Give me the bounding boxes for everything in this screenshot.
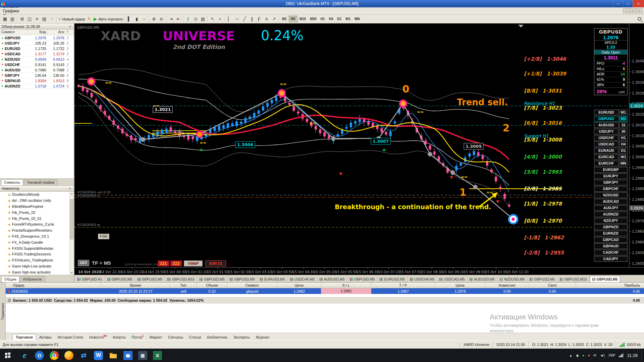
terminal-column[interactable]: Цена [277,283,321,288]
market-watch-column[interactable]: Аск [48,29,66,35]
chart-tab[interactable]: GBPUSD,M5 [590,276,620,282]
navigator-item[interactable]: ◈FX5_Divergence_V2.1 [0,233,74,239]
timeframe-mn-button[interactable]: MN [353,16,362,22]
market-row[interactable]: ▼USDCHF0.91410.91432 [0,62,74,67]
edge-icon[interactable]: e [20,351,29,360]
chart-tab[interactable]: USDCHF,M5 [288,276,317,282]
chart-tab[interactable]: USDCHF,M5 [408,276,437,282]
chart-tab[interactable]: GBPUSD,H1 [75,276,105,282]
matrix-row[interactable]: GBPJPY [594,180,628,185]
matrix-symbol[interactable]: CADJPY [594,256,628,262]
new-chart-icon[interactable]: ▦ [1,16,9,22]
terminal-column[interactable]: Комиссия [485,283,529,288]
scroll-up-icon[interactable]: ▲ [70,192,74,196]
order-row[interactable]: 159295632020.10.15 11:22:27sell0.10gbpus… [6,288,644,294]
wps-icon[interactable]: W [94,351,103,360]
zz1-button[interactable]: ZZ1 [158,260,169,266]
autoscroll-icon[interactable]: ⇥ [167,16,175,22]
matrix-row[interactable]: EURCHFMN [594,161,628,166]
profiles-icon[interactable]: ▥ [9,16,16,22]
chart-tab[interactable]: GBPUSD,M5 [347,276,378,282]
matrix-timeframe[interactable]: D1 [619,148,628,154]
navigator-item[interactable]: ◈FXSSI.Support&Resistan [0,245,74,251]
navigator-item[interactable]: ◈FXSSI.TradingSessions [0,251,74,257]
navigator-item[interactable]: ◈FXVolcano_TradingAssis [0,257,74,263]
terminal-tab-почта[interactable]: Почта1 [129,333,147,340]
navigator-item[interactable]: ◈FX_4-Daily Candle [0,239,74,245]
matrix-row[interactable]: AUDCAD [594,199,628,204]
navigator-item[interactable]: ◈Fib_Pivots_02 [0,209,74,216]
terminal-tab-статьи[interactable]: Статьи [186,334,204,340]
vline-icon[interactable]: ▏ [226,16,233,22]
matrix-row[interactable]: EURAUDD1 [594,148,628,154]
matrix-row[interactable]: GBPCAD [594,237,628,243]
indicators-icon[interactable]: ƒ [184,16,192,22]
chart-tab[interactable]: GBPUSD,M5 [135,276,165,282]
navigator-item[interactable]: ◈Gann high-low activator [0,269,74,275]
cursor-icon[interactable]: ↖ [209,16,216,22]
matrix-row[interactable]: AUDUSD15 [594,122,628,128]
antivirus-icon[interactable]: ● [582,353,585,357]
matrix-row[interactable]: EURUSDM1 [594,110,628,115]
maximize-button[interactable]: □ [623,0,633,7]
terminal-tab-журнал[interactable]: Журнал [253,334,272,340]
language-indicator[interactable]: УКР [608,353,615,357]
show-desktop-button[interactable] [641,349,643,362]
matrix-row[interactable]: EURCADW1 [594,154,628,160]
candles-chart-icon[interactable]: ▮ [133,16,141,22]
chart-tab[interactable]: USDCAD,M5 [437,276,467,282]
matrix-symbol[interactable]: NZDJPY [594,218,628,224]
chart-tab[interactable]: GBPUSD,M15 [165,276,197,282]
market-watch-close-icon[interactable]: × [68,24,72,28]
timeframe-h4-button[interactable]: H4 [327,16,335,22]
bars-chart-icon[interactable]: ▍ [126,16,133,22]
matrix-row[interactable]: CADCHF [594,250,628,255]
chart-tab[interactable]: GBPUSD,M5 [527,276,557,282]
timeframe-m30-button[interactable]: M30 [308,16,318,22]
matrix-symbol[interactable]: GBPCAD [594,237,628,243]
matrix-symbol[interactable]: USDCAD [594,141,619,147]
market-row[interactable]: ▲NZDUSD0.66090.66134 [0,57,74,62]
matrix-row[interactable]: USDCADH4 [594,141,628,147]
matrix-symbol[interactable]: GBPJPY [594,180,628,185]
metaeditor-icon[interactable]: ✎ [86,16,93,22]
trendline-icon[interactable]: ╱ [241,16,248,22]
terminal-column[interactable]: Тип [170,283,197,288]
timeframe-m1-button[interactable]: M1 [280,16,289,22]
matrix-row[interactable]: AUDNZD [594,212,628,217]
crosshair-icon[interactable]: + [216,16,224,22]
matrix-symbol[interactable]: AUDNZD [594,212,628,217]
matrix-symbol[interactable]: GBPNZD [594,224,628,230]
navigator-tab[interactable]: Общие [1,276,19,282]
matrix-symbol[interactable]: EURJPY [594,173,628,179]
navigator-item[interactable]: ◈dsl - DMI oscillator (vidy [0,197,74,203]
matrix-row[interactable]: GBPUSDM5 [594,116,628,122]
volume-icon[interactable]: ◄) [600,353,605,357]
calculator-icon[interactable]: ▦ [138,351,147,360]
matrix-row[interactable]: GBPNZD [594,224,628,230]
chart-tab[interactable]: EURUSD,M5 [258,276,288,282]
matrix-symbol[interactable]: AUDUSD [594,122,619,128]
terminal-column[interactable]: Объем [197,283,227,288]
matrix-row[interactable]: EURJPY [594,173,628,179]
matrix-row[interactable]: GBPAUD [594,243,628,249]
navigator-tab[interactable]: Избранное [20,276,45,282]
market-watch-icon[interactable]: ⊞ [18,16,26,22]
matrix-symbol[interactable]: EURUSD [594,110,619,115]
matrix-row[interactable]: USDCHFH1 [594,135,628,141]
fibonacci-icon[interactable]: Ƒ [256,16,263,22]
chart-window[interactable]: #15929563 sell 0.10#15929563 sl#15929563… [74,23,644,275]
firefox-icon[interactable] [64,351,73,360]
text-icon[interactable]: A [263,16,270,22]
chart-tab[interactable]: GBPUSD,M5 [105,276,135,282]
line-chart-icon[interactable]: ~ [141,16,148,22]
market-row[interactable]: ▲AUDNZD1.07181.07246 [0,83,74,89]
timeframe-h1-button[interactable]: H1 [319,16,327,22]
update-icon[interactable]: ● [588,353,590,357]
market-row[interactable]: ▼USDCAD1.31771.31792 [0,51,74,57]
terminal-side-tab[interactable]: Терминал [0,283,6,340]
terminal-column[interactable]: Своп [529,283,576,288]
navigator-item[interactable]: ◈DoublecciWoody [0,192,74,198]
new-order-button[interactable]: +Новый ордер [58,16,86,22]
scrollbar-thumb[interactable] [70,199,73,239]
